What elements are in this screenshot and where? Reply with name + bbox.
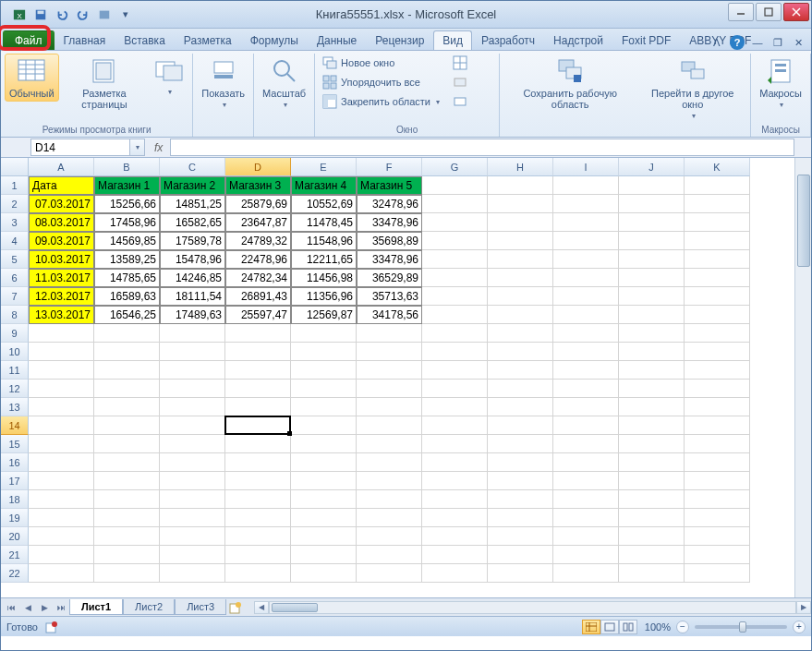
cell[interactable] [160, 490, 225, 509]
cell[interactable] [225, 527, 291, 546]
macros-button[interactable]: Макросы ▾ [755, 54, 806, 112]
cell[interactable] [160, 435, 225, 453]
row-header[interactable]: 21 [1, 546, 29, 564]
cell[interactable] [619, 213, 685, 232]
column-header[interactable]: B [94, 158, 160, 176]
cell[interactable]: 36529,89 [357, 269, 422, 287]
cell[interactable] [225, 324, 291, 343]
sheet-tab-1[interactable]: Лист1 [69, 599, 123, 615]
cell[interactable] [291, 416, 357, 435]
cell[interactable]: 17589,78 [160, 232, 225, 250]
cell[interactable] [685, 416, 750, 435]
custom-views-button[interactable]: ▾ [150, 54, 188, 99]
cell[interactable] [357, 343, 422, 361]
cell[interactable] [225, 546, 291, 564]
cell[interactable] [488, 398, 553, 416]
cell[interactable] [619, 361, 685, 380]
row-header[interactable]: 18 [1, 490, 29, 509]
row-header[interactable]: 22 [1, 564, 29, 583]
cell[interactable]: 16582,65 [160, 213, 225, 232]
cell[interactable]: Дата [29, 176, 94, 195]
cell[interactable] [619, 398, 685, 416]
doc-close-icon[interactable]: ✕ [791, 35, 806, 50]
new-window-button[interactable]: Новое окно [319, 54, 443, 72]
name-box-dropdown[interactable]: ▾ [130, 139, 145, 156]
cell[interactable]: 11478,45 [291, 213, 357, 232]
cell[interactable]: 14246,85 [160, 269, 225, 287]
freeze-panes-button[interactable]: Закрепить области▾ [319, 92, 443, 111]
cell[interactable] [357, 398, 422, 416]
cell[interactable]: 25597,47 [225, 306, 291, 324]
cell[interactable] [29, 380, 94, 398]
cell[interactable] [553, 269, 619, 287]
cell[interactable] [225, 490, 291, 509]
cell[interactable] [619, 490, 685, 509]
row-header[interactable]: 9 [1, 324, 29, 343]
cell[interactable] [291, 472, 357, 490]
cell[interactable] [291, 564, 357, 583]
cell[interactable] [422, 232, 488, 250]
cell[interactable] [685, 435, 750, 453]
cell[interactable]: 13589,25 [94, 250, 160, 269]
cell[interactable] [94, 435, 160, 453]
tab-pagelayout[interactable]: Разметка [175, 30, 241, 50]
cell[interactable] [357, 509, 422, 527]
zoom-level[interactable]: 100% [645, 621, 671, 633]
cell[interactable] [488, 343, 553, 361]
column-header[interactable]: J [619, 158, 685, 176]
sheet-nav-prev[interactable]: ◀ [19, 600, 36, 615]
cell[interactable] [94, 453, 160, 472]
cell[interactable]: 33478,96 [357, 213, 422, 232]
sheet-tab-3[interactable]: Лист3 [175, 599, 226, 615]
cell[interactable] [488, 435, 553, 453]
cell[interactable]: 12569,87 [291, 306, 357, 324]
page-layout-button[interactable]: Разметка страницы [61, 54, 149, 113]
cell[interactable] [619, 176, 685, 195]
cell[interactable] [685, 269, 750, 287]
cell[interactable] [160, 453, 225, 472]
view-normal-shortcut[interactable] [582, 620, 600, 634]
cell[interactable] [553, 416, 619, 435]
zoom-in-button[interactable]: + [793, 621, 806, 633]
cell[interactable]: 24782,34 [225, 269, 291, 287]
cell[interactable] [422, 416, 488, 435]
cell[interactable] [553, 564, 619, 583]
show-button[interactable]: Показать ▾ [197, 54, 249, 112]
arrange-all-button[interactable]: Упорядочить все [319, 73, 443, 91]
row-header[interactable]: 10 [1, 343, 29, 361]
row-header[interactable]: 14 [1, 416, 29, 435]
help-icon[interactable]: ? [730, 35, 745, 50]
cell[interactable] [553, 250, 619, 269]
cell[interactable]: 10.03.2017 [29, 250, 94, 269]
cell[interactable] [160, 380, 225, 398]
cell[interactable] [29, 398, 94, 416]
row-header[interactable]: 15 [1, 435, 29, 453]
cell[interactable] [553, 398, 619, 416]
tab-review[interactable]: Рецензир [366, 30, 433, 50]
cell[interactable] [685, 176, 750, 195]
cell[interactable]: 17458,96 [94, 213, 160, 232]
cell[interactable] [225, 398, 291, 416]
ribbon-minimize-icon[interactable]: ᐱ [709, 35, 724, 50]
cell[interactable] [488, 324, 553, 343]
cell[interactable] [685, 564, 750, 583]
cell[interactable] [619, 380, 685, 398]
cell[interactable] [225, 509, 291, 527]
cell[interactable] [488, 287, 553, 306]
cell[interactable] [357, 472, 422, 490]
cell[interactable]: 11.03.2017 [29, 269, 94, 287]
cell[interactable] [422, 269, 488, 287]
sheet-nav-last[interactable]: ⏭ [53, 600, 69, 615]
cell[interactable] [553, 176, 619, 195]
vertical-scrollbar[interactable] [794, 158, 811, 597]
cell[interactable] [422, 213, 488, 232]
row-header[interactable]: 17 [1, 472, 29, 490]
cell[interactable]: Магазин 3 [225, 176, 291, 195]
cell[interactable]: 14851,25 [160, 195, 225, 213]
column-header[interactable]: K [685, 158, 750, 176]
cell[interactable] [225, 472, 291, 490]
cell[interactable] [160, 324, 225, 343]
cell[interactable] [685, 361, 750, 380]
cell[interactable]: 08.03.2017 [29, 213, 94, 232]
cell[interactable] [94, 472, 160, 490]
